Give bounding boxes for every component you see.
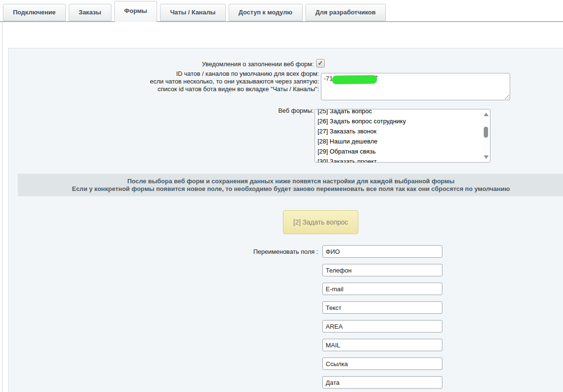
webform-option[interactable]: [30] Заказать проект — [318, 156, 482, 163]
tab-formy[interactable]: Формы — [114, 1, 158, 22]
webforms-label: Веб формы: — [9, 107, 314, 114]
notice-line2: Если у конкретной формы появится новое п… — [72, 185, 510, 193]
listbox-scrollbar[interactable] — [482, 109, 490, 162]
rename-field-input-data[interactable] — [322, 376, 442, 389]
notifications-checkbox[interactable]: ✓ — [316, 59, 325, 68]
tab-strip-divider — [0, 21, 563, 22]
rename-field-input-telefon[interactable] — [322, 264, 442, 276]
tab-zakazy[interactable]: Заказы — [69, 4, 111, 21]
scrollbar-thumb[interactable] — [484, 127, 488, 138]
chat-ids-label-line3: список id чатов бота виден во вкладке "Ч… — [9, 85, 319, 93]
rename-field-input-fio[interactable] — [322, 245, 442, 258]
notice-line1: После выбора веб форм и сохранения данны… — [127, 178, 454, 185]
notice-bar: После выбора веб форм и сохранения данны… — [18, 174, 563, 196]
tab-strip: Подключение Заказы Формы Чаты / Каналы Д… — [0, 0, 563, 21]
rename-fields-label: Переименовать поля : — [9, 248, 318, 255]
chat-ids-label-line1: ID чатов / каналов по умолчанию для всех… — [9, 70, 319, 78]
rename-field-input-email[interactable] — [322, 283, 442, 295]
rename-field-input-mail[interactable] — [322, 339, 442, 351]
content-area: Уведомления о заполнении веб форм: ✓ ID … — [2, 22, 563, 392]
chat-ids-label-line2: если чатов несколько, то они указываются… — [9, 78, 319, 85]
tab-chaty-kanaly[interactable]: Чаты / Каналы — [160, 4, 225, 21]
check-icon: ✓ — [318, 59, 323, 67]
scroll-up-icon[interactable] — [484, 113, 489, 116]
webform-option[interactable]: [26] Задать вопрос сотруднику — [318, 116, 482, 126]
webform-option[interactable]: [27] Заказать звонок — [318, 126, 482, 136]
tab-dostup-k-modulyu[interactable]: Доступ к модулю — [229, 4, 303, 21]
tab-list: Подключение Заказы Формы Чаты / Каналы Д… — [3, 4, 386, 22]
webform-option[interactable]: [25] Задать вопрос — [318, 109, 482, 116]
tab-dlya-razrabotchikov[interactable]: Для разработчиков — [306, 4, 386, 21]
redaction-marker — [332, 75, 377, 84]
webform-option[interactable]: [29] Обратная связь — [318, 146, 482, 156]
rename-field-input-tekst[interactable] — [322, 301, 442, 314]
webforms-options: [25] Задать вопрос [26] Задать вопрос со… — [315, 109, 482, 163]
settings-panel: Уведомления о заполнении веб форм: ✓ ID … — [8, 48, 563, 392]
rename-field-input-area[interactable] — [322, 320, 442, 333]
selected-form-button[interactable]: [2] Задать вопрос — [283, 210, 358, 234]
chat-ids-label: ID чатов / каналов по умолчанию для всех… — [9, 70, 319, 93]
webform-option[interactable]: [28] Нашли дешевле — [318, 136, 482, 146]
chat-ids-field-wrap: -71 7 — [321, 73, 510, 100]
scroll-down-icon[interactable] — [484, 155, 489, 159]
rename-field-input-ssylka[interactable] — [322, 357, 442, 370]
webforms-listbox[interactable]: [25] Задать вопрос [26] Задать вопрос со… — [315, 109, 490, 163]
tab-podklyuchenie[interactable]: Подключение — [3, 4, 66, 21]
notifications-label: Уведомления о заполнении веб форм: — [9, 60, 314, 68]
